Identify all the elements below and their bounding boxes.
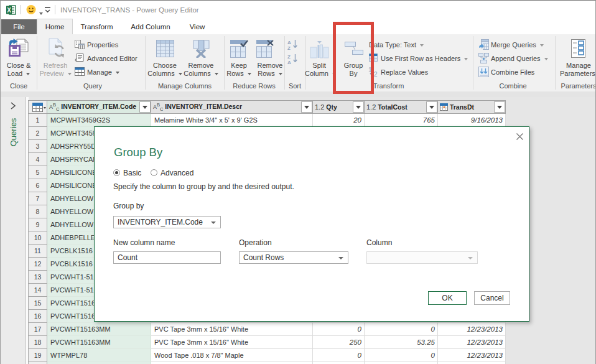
svg-text:2: 2 bbox=[374, 71, 378, 77]
svg-text:A: A bbox=[287, 60, 291, 65]
svg-text:X: X bbox=[7, 7, 11, 14]
svg-text:Z: Z bbox=[287, 45, 291, 50]
